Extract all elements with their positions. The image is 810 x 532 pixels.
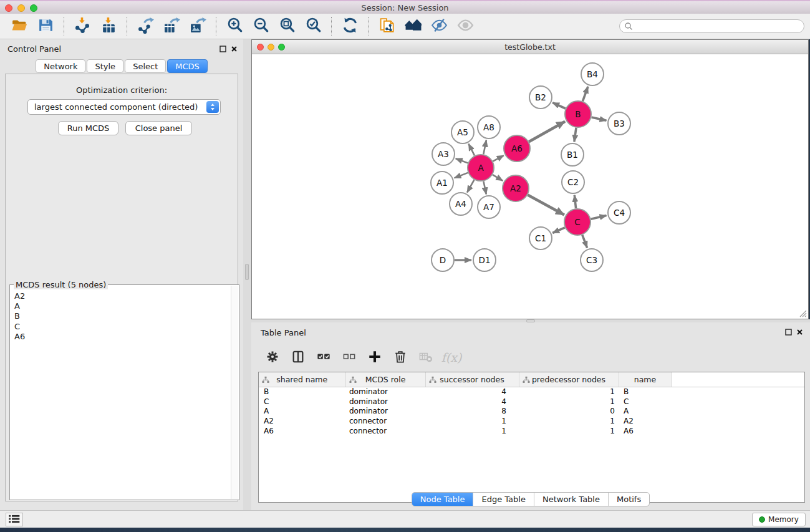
cell-predecessor-nodes[interactable]: 0: [519, 406, 619, 416]
export-image-button[interactable]: [185, 15, 211, 37]
tab-mcds[interactable]: MCDS: [167, 59, 208, 73]
import-network-button[interactable]: [69, 15, 95, 37]
table-row[interactable]: Cdominator41C: [259, 397, 804, 407]
criterion-dropdown[interactable]: largest connected component (directed): [27, 99, 221, 115]
cell-successor-nodes[interactable]: 1: [425, 416, 519, 426]
toggle-graphics-details-button[interactable]: [426, 15, 452, 37]
cell-mcds-role[interactable]: connector: [345, 426, 425, 436]
zoom-selected-button[interactable]: [300, 15, 326, 37]
open-session-button[interactable]: [6, 15, 32, 37]
edge-A2-C[interactable]: [528, 195, 564, 215]
mcds-result-list[interactable]: A2ABCA6: [11, 289, 230, 498]
network-from-clipboard-button[interactable]: [374, 15, 400, 37]
delete-columns-button[interactable]: [393, 350, 408, 365]
cell-predecessor-nodes[interactable]: 1: [519, 397, 619, 407]
cell-mcds-role[interactable]: connector: [345, 416, 425, 426]
zoom-in-button[interactable]: [221, 15, 248, 37]
tab-network-table[interactable]: Network Table: [534, 493, 609, 506]
edge-A6-B[interactable]: [529, 122, 565, 142]
tab-network[interactable]: Network: [36, 59, 85, 73]
edge-A-A6[interactable]: [493, 155, 503, 161]
network-maximize-button[interactable]: [278, 44, 285, 51]
tab-select[interactable]: Select: [125, 59, 166, 73]
edge-A-A7[interactable]: [483, 181, 486, 195]
column-header-shared-name[interactable]: shared name: [259, 372, 345, 387]
network-window-titlebar[interactable]: testGlobe.txt: [252, 40, 808, 54]
cell-shared-name[interactable]: A2: [259, 416, 345, 426]
cell-name[interactable]: A6: [619, 426, 672, 436]
close-window-button[interactable]: [5, 4, 12, 12]
network-canvas[interactable]: B4B2BB3A5A8A6B1A3AA1C2A2A4A7CC1C4C3DD1: [252, 54, 808, 319]
cell-predecessor-nodes[interactable]: 1: [519, 426, 619, 436]
column-header-MCDS-role[interactable]: MCDS role: [345, 372, 425, 387]
table-float-panel-icon[interactable]: [784, 328, 793, 336]
cell-name[interactable]: B: [619, 387, 672, 397]
edge-A-A8[interactable]: [483, 140, 486, 155]
mcds-result-item[interactable]: C: [14, 322, 226, 332]
edge-A-A5[interactable]: [469, 144, 475, 156]
export-network-button[interactable]: [132, 15, 158, 37]
column-header-predecessor-nodes[interactable]: predecessor nodes: [519, 372, 619, 387]
network-graph[interactable]: B4B2BB3A5A8A6B1A3AA1C2A2A4A7CC1C4C3DD1: [252, 54, 808, 319]
edge-B-B4[interactable]: [582, 87, 588, 102]
edge-A-A4[interactable]: [467, 180, 474, 192]
mcds-result-item[interactable]: A2: [14, 291, 226, 301]
cell-predecessor-nodes[interactable]: 1: [519, 416, 619, 426]
cell-mcds-role[interactable]: dominator: [345, 397, 425, 407]
mcds-result-item[interactable]: B: [14, 311, 226, 321]
edge-A-A1[interactable]: [455, 173, 468, 178]
cell-successor-nodes[interactable]: 1: [425, 426, 519, 436]
table-row[interactable]: A6connector11A6: [259, 426, 804, 436]
cell-shared-name[interactable]: B: [259, 387, 345, 397]
home-button[interactable]: [400, 15, 426, 37]
import-table-button[interactable]: [95, 15, 122, 37]
vertical-splitter-grip[interactable]: [245, 264, 249, 280]
edge-A-A2[interactable]: [493, 175, 503, 181]
table-close-panel-icon[interactable]: [796, 328, 804, 336]
cell-shared-name[interactable]: A6: [259, 426, 345, 436]
table-mode-button[interactable]: [265, 350, 280, 365]
tab-node-table[interactable]: Node Table: [412, 493, 474, 506]
cell-mcds-role[interactable]: dominator: [345, 387, 425, 397]
close-panel-button[interactable]: Close panel: [125, 121, 192, 135]
tab-edge-table[interactable]: Edge Table: [473, 493, 534, 506]
column-header-name[interactable]: name: [619, 372, 672, 387]
cell-name[interactable]: A: [619, 406, 672, 416]
edge-B-B3[interactable]: [592, 117, 607, 120]
new-column-button[interactable]: [367, 350, 382, 365]
save-session-button[interactable]: [32, 15, 59, 37]
memory-button[interactable]: Memory: [752, 513, 806, 526]
edge-B-B1[interactable]: [574, 128, 576, 142]
column-header-successor-nodes[interactable]: successor nodes: [425, 372, 519, 387]
tab-style[interactable]: Style: [87, 59, 123, 73]
close-panel-icon[interactable]: [230, 45, 238, 53]
show-columns-button[interactable]: [291, 350, 306, 365]
edge-C-C2[interactable]: [574, 195, 576, 208]
minimize-window-button[interactable]: [17, 4, 25, 12]
edge-B-B2[interactable]: [552, 103, 566, 109]
cell-name[interactable]: C: [619, 397, 672, 407]
cell-predecessor-nodes[interactable]: 1: [519, 387, 619, 397]
tab-motifs[interactable]: Motifs: [609, 493, 649, 506]
mcds-result-item[interactable]: A: [14, 301, 226, 311]
cell-shared-name[interactable]: A: [259, 406, 345, 416]
export-table-button[interactable]: [158, 15, 185, 37]
table-row[interactable]: A2connector11A2: [259, 416, 804, 426]
zoom-out-button[interactable]: [248, 15, 274, 37]
cell-successor-nodes[interactable]: 4: [425, 387, 519, 397]
edge-A-A3[interactable]: [456, 158, 468, 163]
deselect-all-button[interactable]: [342, 350, 357, 365]
cell-name[interactable]: A2: [619, 416, 672, 426]
cell-shared-name[interactable]: C: [259, 397, 345, 407]
table-row[interactable]: Bdominator41B: [259, 387, 804, 397]
cell-mcds-role[interactable]: dominator: [345, 406, 425, 416]
edge-C-C3[interactable]: [582, 235, 587, 248]
search-input[interactable]: [619, 19, 804, 33]
task-history-button[interactable]: [6, 513, 23, 526]
cell-successor-nodes[interactable]: 4: [425, 397, 519, 407]
network-minimize-button[interactable]: [268, 44, 274, 51]
select-all-button[interactable]: [316, 350, 331, 365]
vertical-splitter[interactable]: [243, 39, 251, 511]
result-scrollbar[interactable]: [231, 286, 238, 499]
mcds-result-item[interactable]: A6: [14, 332, 226, 342]
